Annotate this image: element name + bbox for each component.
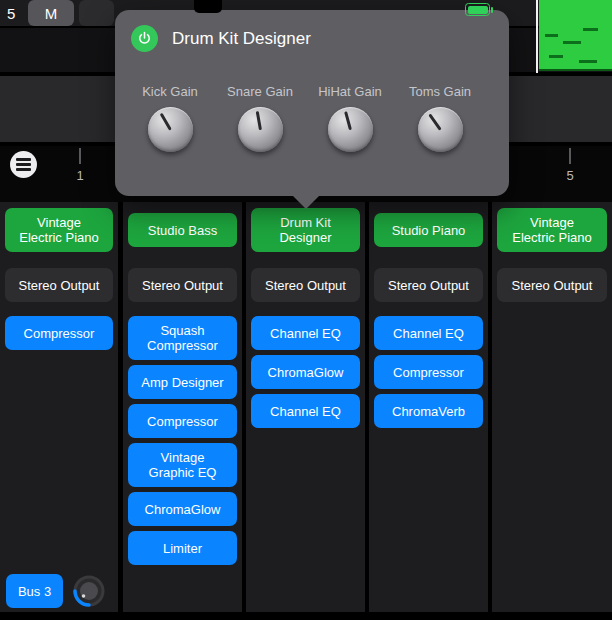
plugin-button[interactable]: Vintage Graphic EQ (128, 443, 237, 487)
instrument-label: Studio Piano (377, 223, 480, 238)
channel-strip: Drum Kit DesignerStereo OutputChannel EQ… (246, 202, 365, 612)
menu-lines-icon (16, 158, 31, 161)
plugin-button[interactable]: Amp Designer (128, 365, 237, 399)
knob-label: HiHat Gain (318, 84, 382, 99)
knob-group: HiHat Gain (305, 84, 395, 152)
channel-strip: Vintage Electric PianoStereo OutputCompr… (0, 202, 118, 612)
plugin-list: Compressor (5, 316, 113, 350)
plugin-list: Channel EQChromaGlowChannel EQ (251, 316, 360, 428)
ruler-number: 5 (562, 168, 578, 183)
knob-label: Kick Gain (142, 84, 198, 99)
channel-strip: Studio PianoStereo OutputChannel EQCompr… (369, 202, 488, 612)
plugin-label: Channel EQ (254, 326, 357, 341)
track-header-button[interactable] (79, 0, 114, 26)
instrument-slot: Vintage Electric Piano (5, 207, 113, 253)
output-button[interactable]: Stereo Output (374, 268, 483, 302)
channel-strip: Studio BassStereo OutputSquash Compresso… (123, 202, 242, 612)
strip-filter-button[interactable] (10, 151, 37, 178)
instrument-button[interactable]: Drum Kit Designer (251, 208, 360, 252)
display-chip (194, 0, 222, 13)
knob-label: Snare Gain (227, 84, 293, 99)
bus-button[interactable]: Bus 3 (6, 574, 63, 608)
knob-row: Kick GainSnare GainHiHat GainToms Gain (125, 84, 485, 152)
knob-group: Toms Gain (395, 84, 485, 152)
plugin-button[interactable]: Compressor (5, 316, 113, 350)
plugin-button[interactable]: Channel EQ (251, 394, 360, 428)
instrument-slot: Studio Bass (128, 207, 237, 253)
knob-pointer-icon (344, 111, 351, 130)
knob-pointer-icon (255, 111, 261, 130)
kick-gain-knob[interactable] (148, 107, 193, 152)
instrument-label: Studio Bass (131, 223, 234, 238)
hihat-gain-knob[interactable] (328, 107, 373, 152)
track-number: 5 (7, 5, 15, 22)
battery-icon (465, 3, 490, 16)
instrument-slot: Drum Kit Designer (251, 207, 360, 253)
instrument-button[interactable]: Studio Bass (128, 213, 237, 247)
channel-strip: Vintage Electric PianoStereo Output (492, 202, 612, 612)
plugin-label: Limiter (131, 541, 234, 556)
plugin-label: ChromaGlow (131, 502, 234, 517)
plugin-label: Amp Designer (131, 375, 234, 390)
output-label: Stereo Output (377, 278, 480, 293)
plugin-button[interactable]: Limiter (128, 531, 237, 565)
knob-label: Toms Gain (409, 84, 471, 99)
output-label: Stereo Output (8, 278, 110, 293)
plugin-button[interactable]: ChromaVerb (374, 394, 483, 428)
output-button[interactable]: Stereo Output (5, 268, 113, 302)
plugin-popover: Drum Kit Designer Kick GainSnare GainHiH… (115, 10, 509, 196)
plugin-label: Compressor (377, 365, 480, 380)
plugin-label: ChromaGlow (254, 365, 357, 380)
plugin-label: Channel EQ (254, 404, 357, 419)
midi-region[interactable] (539, 0, 612, 71)
bus-knob-icon (72, 574, 106, 608)
plugin-button[interactable]: ChromaGlow (251, 355, 360, 389)
instrument-slot: Vintage Electric Piano (497, 207, 607, 253)
ruler-tick (569, 148, 571, 164)
instrument-label: Vintage Electric Piano (500, 215, 604, 245)
knob-group: Kick Gain (125, 84, 215, 152)
popover-pointer (293, 196, 319, 209)
output-label: Stereo Output (254, 278, 357, 293)
plugin-button[interactable]: Channel EQ (374, 316, 483, 350)
plugin-list: Squash CompressorAmp DesignerCompressorV… (128, 316, 237, 565)
mixer-view: 15 5 M Vintage Electric PianoStereo Outp… (0, 0, 612, 620)
plugin-label: Compressor (131, 414, 234, 429)
plugin-button[interactable]: Compressor (374, 355, 483, 389)
channel-strips: Vintage Electric PianoStereo OutputCompr… (0, 202, 612, 612)
menu-lines-icon (16, 168, 31, 171)
battery-cap (491, 7, 494, 13)
bus-level-knob[interactable] (72, 574, 106, 608)
instrument-button[interactable]: Vintage Electric Piano (497, 208, 607, 252)
toms-gain-knob[interactable] (418, 107, 463, 152)
instrument-button[interactable]: Studio Piano (374, 213, 483, 247)
output-label: Stereo Output (500, 278, 604, 293)
power-button[interactable] (131, 25, 158, 52)
plugin-button[interactable]: Squash Compressor (128, 316, 237, 360)
instrument-button[interactable]: Vintage Electric Piano (5, 208, 113, 252)
output-label: Stereo Output (131, 278, 234, 293)
output-button[interactable]: Stereo Output (497, 268, 607, 302)
playhead[interactable] (536, 0, 538, 73)
popover-header: Drum Kit Designer (131, 25, 311, 52)
popover-title: Drum Kit Designer (172, 29, 311, 49)
ruler-tick (79, 148, 81, 164)
knob-group: Snare Gain (215, 84, 305, 152)
knob-pointer-icon (159, 112, 171, 130)
plugin-list: Channel EQCompressorChromaVerb (374, 316, 483, 428)
instrument-label: Drum Kit Designer (254, 215, 357, 245)
battery-fill (468, 6, 488, 14)
menu-lines-icon (16, 163, 31, 166)
plugin-label: Vintage Graphic EQ (131, 450, 234, 480)
snare-gain-knob[interactable] (238, 107, 283, 152)
knob-pointer-icon (428, 113, 441, 130)
instrument-label: Vintage Electric Piano (8, 215, 110, 245)
plugin-label: Compressor (8, 326, 110, 341)
output-button[interactable]: Stereo Output (251, 268, 360, 302)
mute-button[interactable]: M (28, 0, 74, 26)
output-button[interactable]: Stereo Output (128, 268, 237, 302)
plugin-button[interactable]: Channel EQ (251, 316, 360, 350)
plugin-label: Channel EQ (377, 326, 480, 341)
plugin-button[interactable]: ChromaGlow (128, 492, 237, 526)
plugin-button[interactable]: Compressor (128, 404, 237, 438)
